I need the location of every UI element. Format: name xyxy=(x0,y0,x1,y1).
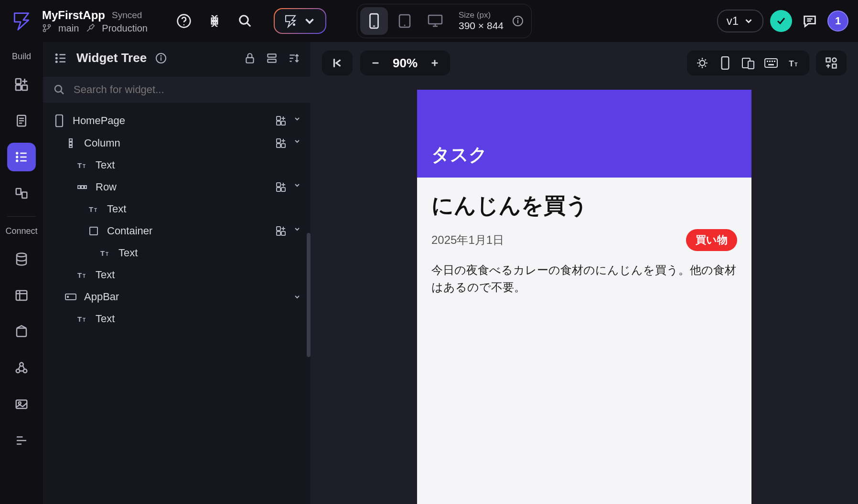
collapse-panel-button[interactable] xyxy=(329,54,346,72)
svg-rect-69 xyxy=(277,121,280,125)
tree-node-label: Text xyxy=(96,269,115,281)
svg-point-17 xyxy=(517,18,519,20)
preview-appbar: タスク xyxy=(417,90,751,178)
add-child-icon[interactable] xyxy=(275,115,287,126)
svg-line-66 xyxy=(61,91,64,94)
device-preview[interactable]: タスク にんじんを買う 2025年1月1日 買い物 今日の夜食べるカレーの食材の… xyxy=(417,90,751,504)
svg-rect-123 xyxy=(765,59,777,67)
version-dropdown[interactable]: v1 xyxy=(717,10,763,32)
add-child-icon[interactable] xyxy=(275,137,287,149)
theme-button[interactable] xyxy=(694,54,711,72)
column-icon xyxy=(64,137,77,149)
chat-button[interactable] xyxy=(799,10,821,32)
tree-node-homepage[interactable]: HomePage xyxy=(43,109,311,132)
tree-node-appbar[interactable]: AppBar xyxy=(43,286,311,308)
device-preview-button[interactable] xyxy=(717,54,734,72)
svg-rect-35 xyxy=(16,189,21,195)
svg-rect-104 xyxy=(67,296,69,298)
zoom-out-button[interactable] xyxy=(367,54,384,72)
rail-custom-code[interactable] xyxy=(7,426,36,455)
chevron-down-icon[interactable] xyxy=(293,225,301,237)
tree-node-column[interactable]: Column xyxy=(43,132,311,154)
settings-button[interactable] xyxy=(823,54,840,72)
search-input[interactable] xyxy=(74,84,300,96)
svg-rect-83 xyxy=(78,186,80,189)
branch-icon xyxy=(42,23,52,33)
rail-api[interactable] xyxy=(7,354,36,382)
row-icon xyxy=(75,181,89,193)
svg-text:T: T xyxy=(794,62,798,67)
rail-add-widget[interactable] xyxy=(7,70,36,99)
tree-node-label: Text xyxy=(107,203,126,215)
rail-datatypes[interactable] xyxy=(7,281,36,310)
user-avatar[interactable]: 1 xyxy=(827,10,848,32)
environment-name[interactable]: Production xyxy=(102,23,148,34)
tree-node-text[interactable]: TTText xyxy=(43,242,311,264)
add-child-icon[interactable] xyxy=(275,225,287,237)
zoom-value[interactable]: 90% xyxy=(390,56,420,71)
wrench-icon xyxy=(86,23,95,33)
tree-body: HomePageColumnTTTextRowTTTextContainerTT… xyxy=(43,103,311,504)
tree-node-text[interactable]: TTText xyxy=(43,154,311,176)
device-desktop-button[interactable] xyxy=(421,7,449,35)
svg-rect-20 xyxy=(16,79,21,84)
svg-rect-76 xyxy=(277,139,280,143)
device-tablet-button[interactable] xyxy=(391,7,418,35)
svg-rect-127 xyxy=(774,61,775,62)
svg-rect-95 xyxy=(277,231,280,235)
tree-node-container[interactable]: Container xyxy=(43,220,311,242)
help-button[interactable] xyxy=(171,8,197,34)
version-label: v1 xyxy=(727,14,739,28)
svg-rect-60 xyxy=(268,54,276,57)
text-scale-button[interactable]: TT xyxy=(785,54,803,72)
expand-icon[interactable] xyxy=(266,52,278,64)
canvas-toolbar: 90% TT xyxy=(311,42,858,84)
svg-rect-12 xyxy=(429,15,442,24)
branch-name[interactable]: main xyxy=(58,23,79,34)
rail-pages[interactable] xyxy=(7,106,36,135)
tree-node-text[interactable]: TTText xyxy=(43,198,311,220)
rail-widget-tree[interactable] xyxy=(7,143,36,171)
tree-search[interactable] xyxy=(43,77,311,103)
svg-rect-87 xyxy=(277,188,280,191)
logo-icon[interactable] xyxy=(10,9,33,33)
tree-node-text[interactable]: TTText xyxy=(43,308,311,330)
svg-line-116 xyxy=(698,59,699,60)
svg-point-31 xyxy=(16,156,18,158)
status-ok-icon[interactable] xyxy=(770,10,792,32)
rail-firestore[interactable] xyxy=(7,245,36,273)
tree-info-icon[interactable] xyxy=(155,52,167,64)
add-child-icon[interactable] xyxy=(275,181,287,193)
rail-storyboard[interactable] xyxy=(7,179,36,208)
tree-scrollbar[interactable] xyxy=(307,233,311,357)
svg-rect-128 xyxy=(768,64,774,65)
rail-connect-label: Connect xyxy=(5,226,37,236)
ai-dropdown-button[interactable] xyxy=(274,8,326,34)
tree-node-label: Text xyxy=(118,247,138,259)
chevron-down-icon[interactable] xyxy=(293,293,301,301)
svg-text:T: T xyxy=(100,249,105,257)
top-bar: MyFirstApp Synced main Production xyxy=(0,0,858,42)
chevron-down-icon[interactable] xyxy=(293,115,301,126)
keyboard-button[interactable] xyxy=(762,54,780,72)
rail-media[interactable] xyxy=(7,390,36,419)
size-info-icon[interactable] xyxy=(512,15,524,27)
tree-node-row[interactable]: Row xyxy=(43,176,311,198)
chevron-down-icon[interactable] xyxy=(293,137,301,149)
device-mobile-button[interactable] xyxy=(360,7,388,35)
multi-device-button[interactable] xyxy=(740,54,757,72)
rail-build-label: Build xyxy=(12,52,31,62)
preview-task-desc: 今日の夜食べるカレーの食材のにんじんを買う。他の食材はあるので不要。 xyxy=(431,262,737,296)
svg-rect-21 xyxy=(16,85,21,90)
rail-appstate[interactable] xyxy=(7,317,36,346)
command-button[interactable] xyxy=(201,8,228,34)
lock-icon[interactable] xyxy=(244,52,256,64)
sort-icon[interactable] xyxy=(288,52,300,64)
chevron-down-icon[interactable] xyxy=(293,181,301,193)
svg-text:T: T xyxy=(83,317,86,323)
search-button[interactable] xyxy=(232,8,258,34)
svg-rect-132 xyxy=(832,64,836,68)
container-icon xyxy=(87,225,100,237)
zoom-in-button[interactable] xyxy=(426,54,443,72)
tree-node-text[interactable]: TTText xyxy=(43,264,311,286)
